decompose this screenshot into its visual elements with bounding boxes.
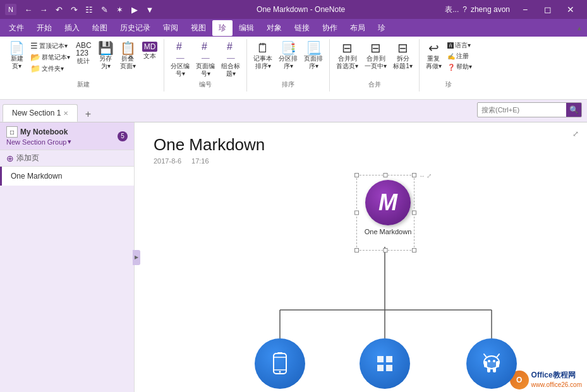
search-title-btn[interactable]: 表... xyxy=(445,4,459,15)
menu-start[interactable]: 开始 xyxy=(30,20,58,36)
merge-first-label: 合并到首选页▾ xyxy=(336,55,358,70)
quick-access-more[interactable]: ▼ xyxy=(143,3,157,16)
svg-point-22 xyxy=(488,360,490,362)
watermark: O Office教程网 www.office26.com xyxy=(510,370,582,389)
notebook-sort-btn[interactable]: 🗒 记事本排序▾ xyxy=(251,40,275,71)
open-file-btn[interactable]: 📁 文件夹▾ xyxy=(28,63,72,74)
handle-bc[interactable] xyxy=(384,248,388,252)
expand-diagram-icon[interactable]: ⤢ xyxy=(427,172,432,179)
page-sort-btn[interactable]: 📃 页面排序▾ xyxy=(301,40,325,71)
md-text-btn[interactable]: MD 文本 xyxy=(140,40,160,61)
menu-file[interactable]: 文件 xyxy=(3,20,30,36)
handle-tc[interactable] xyxy=(384,173,388,177)
sidebar-collapse-btn[interactable]: ▶ xyxy=(133,250,140,265)
group-title-label: 组合标题▾ xyxy=(221,62,240,78)
menu-draw[interactable]: 绘图 xyxy=(86,20,114,36)
diagram-container: · · · · · · ↔ ⤢ M One Markdown xyxy=(210,171,564,392)
language-btn[interactable]: 🅰 语言▾ xyxy=(445,40,474,50)
handle-tr[interactable] xyxy=(412,173,416,177)
open-file-label: 文件夹▾ xyxy=(42,64,64,73)
title-bar-left: N ← → ↶ ↷ ☷ ✎ ✶ ▶ ▼ xyxy=(5,3,157,16)
add-page-btn[interactable]: ⊕ 添加页 xyxy=(0,150,134,167)
expand-btn[interactable]: ⤢ xyxy=(569,128,582,140)
menu-layout[interactable]: 布局 xyxy=(344,20,372,36)
stats-btn[interactable]: ABC123 统计 xyxy=(73,40,94,66)
handle-br[interactable] xyxy=(412,248,416,252)
ribbon-collapse-btn[interactable]: ▲ xyxy=(574,23,584,33)
merge-one-icon: ⊟ xyxy=(370,42,381,54)
menu-history[interactable]: 历史记录 xyxy=(114,20,157,36)
main-area: □ My Notebook New Section Group ▾ 5 ⊕ 添加… xyxy=(0,122,587,392)
view-btn[interactable]: ☷ xyxy=(82,3,96,16)
split-h1-btn[interactable]: ⊟ 拆分标题1▾ xyxy=(390,40,415,71)
merge-first-btn[interactable]: ⊟ 合并到首选页▾ xyxy=(334,40,361,71)
quick-access2[interactable]: ✶ xyxy=(112,3,126,16)
add-section-btn[interactable]: + xyxy=(80,107,95,122)
windows-node[interactable]: Windows xyxy=(360,338,410,392)
help-title-btn[interactable]: ? xyxy=(463,5,467,14)
menu-review[interactable]: 审阅 xyxy=(157,20,185,36)
title-bar: N ← → ↶ ↷ ☷ ✎ ✶ ▶ ▼ One Markdown - OneNo… xyxy=(0,0,587,19)
section-sort-btn[interactable]: 📑 分区排序▾ xyxy=(276,40,300,71)
chevron-icon[interactable]: ▾ xyxy=(68,138,71,146)
menu-collab[interactable]: 协作 xyxy=(316,20,344,36)
watermark-line1: Office教程网 xyxy=(531,370,582,381)
search-submit-btn[interactable]: 🔍 xyxy=(566,103,581,117)
search-input[interactable] xyxy=(478,106,566,114)
move-handle[interactable]: · · · · · · xyxy=(376,171,396,172)
svg-point-23 xyxy=(493,360,495,362)
scroll-h-icon[interactable]: ↔ xyxy=(419,172,425,179)
ribbon-sort-buttons: 🗒 记事本排序▾ 📑 分区排序▾ 📃 页面排序▾ xyxy=(251,40,325,79)
restore-btn[interactable]: ◻ xyxy=(536,0,559,19)
sidebar: □ My Notebook New Section Group ▾ 5 ⊕ 添加… xyxy=(0,122,135,392)
section-num-btn[interactable]: #── 分区编号▾ xyxy=(168,40,192,79)
help-btn[interactable]: ❓ 帮助▾ xyxy=(445,62,474,72)
section-tab-new-section-1[interactable]: New Section 1 ✕ xyxy=(3,104,78,122)
quick-access3[interactable]: ▶ xyxy=(128,3,142,16)
menu-edit[interactable]: 编辑 xyxy=(233,20,260,36)
title-right: 表... ? zheng avon − ◻ ✕ xyxy=(445,0,582,19)
merge-one-btn[interactable]: ⊟ 合并到一页中▾ xyxy=(362,40,389,71)
redo-btn2[interactable]: ↩ 重复再做▾ xyxy=(423,40,444,71)
page-sort-icon: 📃 xyxy=(306,42,322,54)
new-page-btn[interactable]: 📄 新建页▾ xyxy=(6,40,27,71)
minimize-btn[interactable]: − xyxy=(514,0,536,19)
fold-page-btn[interactable]: 📋 折叠页面▾ xyxy=(118,40,138,71)
ribbon-group-num: #── 分区编号▾ #── 页面编号▾ #── 组合标题▾ 编号 xyxy=(164,39,247,92)
section-tab-close[interactable]: ✕ xyxy=(63,110,68,117)
split-h1-icon: ⊟ xyxy=(397,42,408,54)
main-node[interactable]: M One Markdown xyxy=(358,177,418,238)
menu-zhen2[interactable]: 珍 xyxy=(372,20,392,36)
forward-btn[interactable]: → xyxy=(37,3,51,16)
quick-access1[interactable]: ✎ xyxy=(97,3,111,16)
ribbon-group-num-label: 编号 xyxy=(168,79,243,90)
page-num-icon: #── xyxy=(202,42,210,62)
menu-view[interactable]: 视图 xyxy=(185,20,212,36)
undo-btn[interactable]: ↶ xyxy=(52,3,66,16)
close-btn[interactable]: ✕ xyxy=(559,0,582,19)
redo-btn[interactable]: ↷ xyxy=(67,3,81,16)
svg-rect-10 xyxy=(377,356,384,362)
help-icon: ❓ xyxy=(447,64,455,71)
reset-top-btn[interactable]: ☰ 置顶记本▾ xyxy=(28,40,72,51)
ios-node[interactable]: IOS xyxy=(255,338,305,392)
menu-zhen[interactable]: 珍 xyxy=(212,20,233,36)
page-num-btn[interactable]: #── 页面编号▾ xyxy=(193,40,217,79)
date-value: 2017-8-6 xyxy=(154,157,181,165)
back-btn[interactable]: ← xyxy=(21,3,35,16)
menu-insert[interactable]: 插入 xyxy=(58,20,86,36)
menu-object[interactable]: 对象 xyxy=(260,20,288,36)
register-btn[interactable]: ✍ 注册 xyxy=(445,51,474,61)
diagram-controls: ↔ ⤢ xyxy=(419,172,432,179)
page-item-one-markdown[interactable]: One Markdown xyxy=(0,167,134,186)
android-node[interactable]: Android xyxy=(466,338,517,392)
group-notebook-btn[interactable]: 📂 群笔记本▾ xyxy=(28,52,72,62)
ribbon-new-buttons: 📄 新建页▾ ☰ 置顶记本▾ 📂 群笔记本▾ 📁 文件夹▾ xyxy=(6,40,160,79)
handle-tl[interactable] xyxy=(354,173,359,177)
ribbon-col-1: ☰ 置顶记本▾ 📂 群笔记本▾ 📁 文件夹▾ xyxy=(28,40,72,74)
group-title-btn[interactable]: #── 组合标题▾ xyxy=(219,40,243,79)
save-as-btn[interactable]: 💾 另存为▾ xyxy=(95,40,116,71)
menu-link[interactable]: 链接 xyxy=(288,20,316,36)
handle-bl[interactable] xyxy=(354,248,359,252)
section-num-icon: #── xyxy=(176,42,185,62)
